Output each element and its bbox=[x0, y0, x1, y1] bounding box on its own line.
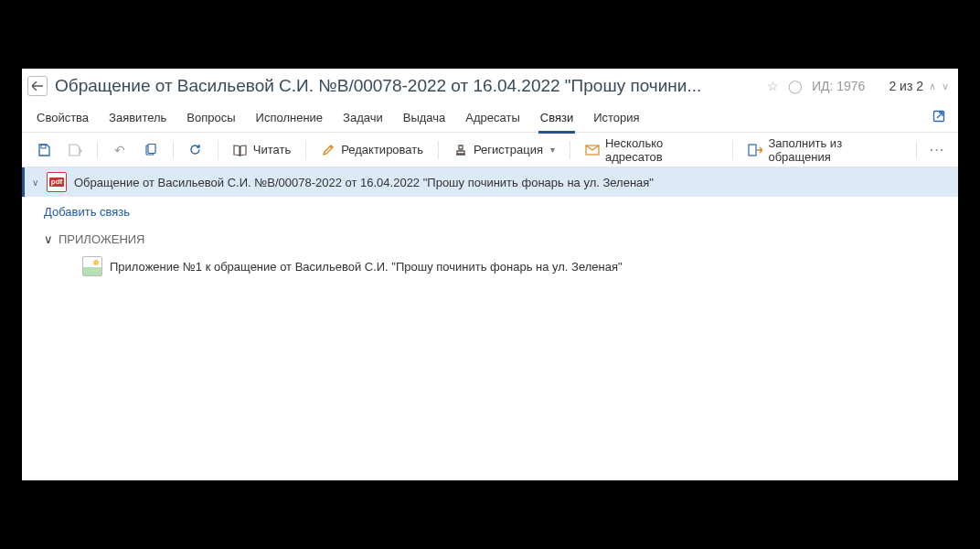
undo-button[interactable]: ↶ bbox=[107, 139, 133, 161]
separator bbox=[97, 141, 98, 159]
tab-issue[interactable]: Выдача bbox=[401, 103, 448, 133]
read-button[interactable]: Читать bbox=[228, 139, 296, 161]
app-window: Обращение от Васильевой С.И. №В/00078-20… bbox=[22, 69, 958, 480]
stamp-icon bbox=[453, 143, 468, 157]
star-icon[interactable]: ☆ bbox=[767, 79, 779, 93]
refresh-button[interactable] bbox=[183, 139, 208, 161]
add-link-row[interactable]: Добавить связь bbox=[22, 197, 958, 226]
register-label: Регистрация bbox=[474, 143, 543, 156]
copy-button[interactable] bbox=[138, 139, 164, 161]
tab-execution[interactable]: Исполнение bbox=[254, 103, 325, 133]
refresh-icon bbox=[188, 143, 203, 157]
multi-addr-label: Несколько адресатов bbox=[605, 136, 719, 164]
copy-icon bbox=[144, 143, 158, 157]
save-close-icon bbox=[68, 143, 82, 157]
pencil-icon bbox=[321, 143, 336, 157]
next-record-button[interactable]: ∨ bbox=[942, 81, 949, 92]
attachment-row[interactable]: Приложение №1 к обращение от Васильевой … bbox=[22, 252, 958, 281]
separator bbox=[732, 141, 733, 159]
record-id: ИД: 1976 bbox=[812, 79, 865, 93]
tab-tasks[interactable]: Задачи bbox=[341, 103, 385, 133]
separator bbox=[916, 141, 917, 159]
attachment-label: Приложение №1 к обращение от Васильевой … bbox=[110, 260, 623, 274]
svg-rect-5 bbox=[749, 145, 756, 156]
collapse-icon[interactable]: ∨ bbox=[30, 178, 39, 188]
envelope-icon bbox=[585, 143, 600, 157]
prev-record-button[interactable]: ∧ bbox=[929, 81, 936, 92]
section-attachments[interactable]: ∨ ПРИЛОЖЕНИЯ bbox=[22, 226, 958, 252]
separator bbox=[173, 141, 174, 159]
tabs: Свойства Заявитель Вопросы Исполнение За… bbox=[22, 103, 958, 133]
multi-addr-button[interactable]: Несколько адресатов bbox=[580, 133, 724, 167]
separator bbox=[570, 141, 570, 159]
tree-root-label: Обращение от Васильевой С.И. №В/00078-20… bbox=[74, 176, 654, 189]
edit-label: Редактировать bbox=[341, 143, 423, 156]
more-button[interactable]: ··· bbox=[926, 143, 949, 156]
title-icons: ☆ ◯ ИД: 1976 2 из 2 ∧ ∨ bbox=[767, 79, 949, 93]
undo-icon: ↶ bbox=[112, 143, 127, 157]
separator bbox=[218, 141, 218, 159]
save-and-close-button[interactable] bbox=[62, 139, 88, 161]
tab-links[interactable]: Связи bbox=[538, 103, 575, 133]
pager: 2 из 2 ∧ ∨ bbox=[889, 79, 949, 93]
circle-icon[interactable]: ◯ bbox=[788, 79, 803, 93]
tab-questions[interactable]: Вопросы bbox=[185, 103, 237, 133]
tab-applicant[interactable]: Заявитель bbox=[107, 103, 168, 133]
fill-from-button[interactable]: Заполнить из обращения bbox=[742, 133, 907, 167]
edit-button[interactable]: Редактировать bbox=[315, 139, 429, 161]
collapse-icon[interactable]: ∨ bbox=[44, 232, 53, 246]
links-tree: ∨ pdf Обращение от Васильевой С.И. №В/00… bbox=[22, 167, 958, 480]
separator bbox=[438, 141, 439, 159]
pdf-icon: pdf bbox=[47, 172, 67, 192]
fill-from-label: Заполнить из обращения bbox=[768, 136, 901, 164]
tab-history[interactable]: История bbox=[591, 103, 641, 133]
tab-properties[interactable]: Свойства bbox=[35, 103, 91, 133]
save-button[interactable] bbox=[31, 139, 57, 161]
save-icon bbox=[37, 143, 51, 157]
section-title: ПРИЛОЖЕНИЯ bbox=[59, 232, 145, 246]
tree-root-row[interactable]: ∨ pdf Обращение от Васильевой С.И. №В/00… bbox=[22, 167, 958, 197]
pager-text: 2 из 2 bbox=[889, 79, 923, 93]
back-button[interactable] bbox=[27, 76, 48, 96]
fill-icon bbox=[748, 143, 762, 157]
tab-addresses[interactable]: Адресаты bbox=[463, 103, 521, 133]
add-link[interactable]: Добавить связь bbox=[44, 205, 130, 219]
titlebar: Обращение от Васильевой С.И. №В/00078-20… bbox=[22, 69, 958, 103]
separator bbox=[305, 141, 306, 159]
toolbar: ↶ Читать Редактировать Регистрация bbox=[22, 133, 958, 167]
chevron-down-icon: ▾ bbox=[550, 145, 555, 155]
register-button[interactable]: Регистрация ▾ bbox=[448, 139, 560, 161]
read-label: Читать bbox=[253, 143, 291, 156]
popout-icon[interactable] bbox=[932, 110, 945, 125]
page-title: Обращение от Васильевой С.И. №В/00078-20… bbox=[55, 76, 760, 96]
book-icon bbox=[233, 143, 248, 157]
svg-rect-3 bbox=[148, 144, 155, 153]
image-icon bbox=[82, 256, 102, 276]
